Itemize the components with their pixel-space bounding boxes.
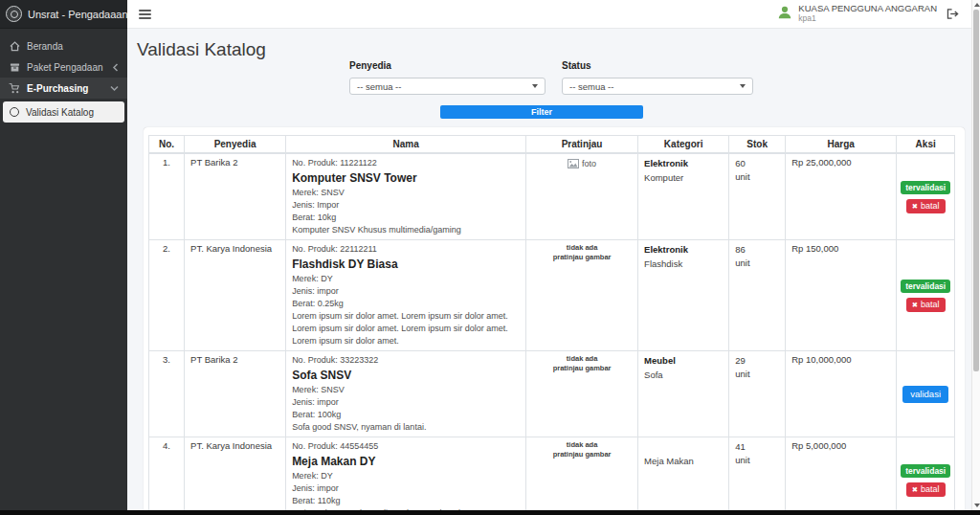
cell-harga: Rp 25,000,000 [786,153,897,240]
catalog-table-card: No.PenyediaNamaPratinjauKategoriStokHarg… [144,127,965,510]
product-number: No. Produk: 44554455 [292,440,520,453]
broken-image-icon: foto [532,157,632,168]
cell-stok: 86 unit [729,240,786,351]
batal-button[interactable]: ✖batal [906,298,946,312]
page-title: Validasi Katalog [137,39,971,60]
brand-title: Unsrat - Pengadaaan Ba [28,9,127,20]
stock-value: 29 [735,354,779,368]
cell-kategori: Elektronik Komputer [638,153,729,240]
product-weight: Berat: 110kg [292,495,520,507]
product-brand: Merek: DY [292,470,520,482]
chevron-left-icon [112,63,119,72]
cell-kategori: Elektronik Flashdisk [638,240,729,351]
product-name: Meja Makan DY [292,455,520,469]
chevron-down-icon [110,85,119,92]
cell-aksi: validasi [897,351,955,437]
cell-penyedia: PT Barika 2 [185,153,286,240]
cell-no: 3. [149,351,185,437]
column-header-nama: Nama [286,136,526,154]
scroll-up-icon[interactable] [974,3,980,7]
batal-button[interactable]: ✖batal [906,482,946,497]
sidebar-item-label: Beranda [27,41,63,52]
category-name: Elektronik [644,157,723,169]
topbar: KUASA PENGGUNA ANGGARAN kpa1 [127,0,971,29]
scroll-down-icon[interactable] [974,504,980,507]
no-preview-text: tidak ada pratinjau gambar [551,440,612,459]
penyedia-label: Penyedia [349,60,546,71]
product-weight: Berat: 10kg [292,212,520,224]
cell-penyedia: PT. Karya Indonesia [185,437,286,511]
sidebar-item-label: E-Purchasing [27,83,88,94]
validated-actions: tervalidasi ✖batal [899,280,952,312]
product-description: Sofa good SNSV, nyaman di lantai. [292,421,520,434]
sidebar-item-beranda[interactable]: Beranda [0,35,127,56]
x-icon: ✖ [912,485,918,494]
cell-pratinjau: tidak ada pratinjau gambar [526,240,638,351]
table-row: 2. PT. Karya Indonesia No. Produk: 22112… [149,240,955,351]
table-body: 1. PT Barika 2 No. Produk: 11221122 Komp… [149,153,955,510]
user-menu[interactable]: KUASA PENGGUNA ANGGARAN kpa1 [777,4,937,24]
product-name: Flashdisk DY Biasa [292,258,520,272]
stock-value: 60 [735,157,779,170]
product-description: Lorem ipsum sir dolor amet. Lorem ipsum … [292,310,520,347]
app-window: Unsrat - Pengadaaan Ba Beranda Paket Pen… [0,0,980,515]
sidebar-menu: Beranda Paket Pengadaan E-Purchasing [0,29,127,123]
stock-unit: unit [735,170,779,184]
tervalidasi-badge: tervalidasi [901,464,950,478]
no-preview-text: tidak ada pratinjau gambar [551,354,612,373]
table-row: 3. PT Barika 2 No. Produk: 33223322 Sofa… [149,351,955,437]
column-header-stok: Stok [729,136,786,154]
cell-harga: Rp 10,000,000 [786,351,897,437]
bottom-edge [0,510,980,515]
scrollbar-thumb[interactable] [973,10,979,371]
cell-nama: No. Produk: 11221122 Komputer SNSV Tower… [286,153,526,240]
stock-unit: unit [735,454,779,467]
chevron-down-icon [532,84,538,88]
tervalidasi-badge: tervalidasi [901,181,950,194]
stock-value: 41 [735,440,779,454]
cell-stok: 60 unit [729,153,786,240]
stock-unit: unit [735,368,779,381]
home-icon [9,41,20,52]
menu-toggle-button[interactable] [139,10,151,19]
cell-aksi: tervalidasi ✖batal [897,153,955,240]
filter-button[interactable]: Filter [440,105,643,119]
sidebar-item-validasi-katalog[interactable]: Validasi Katalog [3,101,124,123]
logout-icon[interactable] [947,9,959,19]
cell-aksi: tervalidasi ✖batal [897,437,955,511]
column-header-kategori: Kategori [638,136,729,154]
product-brand: Merek: DY [292,273,520,285]
status-select[interactable]: -- semua -- [562,78,753,95]
status-label: Status [562,60,753,71]
cell-pratinjau: tidak ada pratinjau gambar [526,437,638,511]
scrollbar[interactable] [971,0,980,510]
cell-penyedia: PT Barika 2 [185,351,286,437]
product-weight: Berat: 0.25kg [292,298,520,310]
validated-actions: tervalidasi ✖batal [899,181,952,213]
validasi-button[interactable]: validasi [902,386,948,403]
product-name: Komputer SNSV Tower [292,171,520,186]
status-selected-value: -- semua -- [569,81,613,92]
penyedia-select[interactable]: -- semua -- [349,78,546,95]
box-icon [9,62,20,73]
product-weight: Berat: 100kg [292,409,520,421]
cell-penyedia: PT. Karya Indonesia [185,240,286,351]
cell-no: 4. [149,437,185,511]
x-icon: ✖ [912,202,918,211]
brand[interactable]: Unsrat - Pengadaaan Ba [0,0,127,29]
product-type: Jenis: Impor [292,199,520,212]
batal-button[interactable]: ✖batal [906,199,946,213]
subcategory-name: Meja Makan [644,455,723,467]
chevron-down-icon [740,84,746,88]
user-id: kpa1 [798,14,937,24]
user-role: KUASA PENGGUNA ANGGARAN [798,4,937,14]
sidebar-item-e-purchasing[interactable]: E-Purchasing [0,78,127,99]
table-row: 1. PT Barika 2 No. Produk: 11221122 Komp… [149,153,955,240]
cell-aksi: tervalidasi ✖batal [897,240,955,351]
product-brand: Merek: SNSV [292,187,520,199]
cell-nama: No. Produk: 22112211 Flashdisk DY Biasa … [286,240,526,351]
table-header-row: No.PenyediaNamaPratinjauKategoriStokHarg… [149,136,955,154]
product-type: Jenis: impor [292,482,520,495]
sidebar-item-paket-pengadaan[interactable]: Paket Pengadaan [0,56,127,78]
category-name [644,440,723,453]
